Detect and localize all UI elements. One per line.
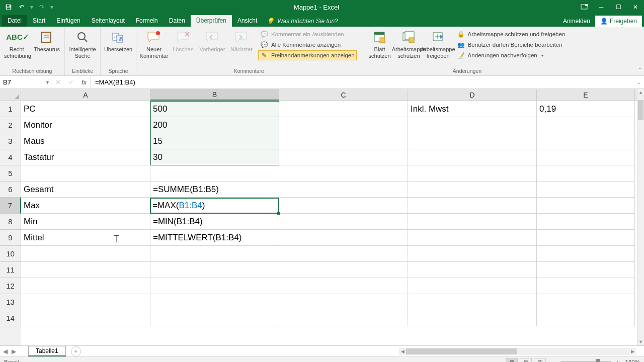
spelling-button[interactable]: ABC✓ Recht- schreibung — [3, 28, 32, 60]
cell[interactable] — [279, 117, 408, 133]
tab-data[interactable]: Daten — [164, 15, 191, 27]
cell[interactable] — [21, 294, 150, 310]
row-header[interactable]: 4 — [0, 149, 21, 165]
zoom-in-button[interactable]: + — [616, 359, 619, 363]
col-header-a[interactable]: A — [21, 89, 150, 101]
cell[interactable]: Max — [21, 198, 150, 214]
cell[interactable]: =MIN(B1:B4) — [150, 214, 279, 230]
cell[interactable] — [408, 182, 537, 198]
cell[interactable] — [150, 246, 279, 262]
cell[interactable]: 200 — [150, 117, 279, 133]
tab-view[interactable]: Ansicht — [232, 15, 263, 27]
cell[interactable]: Gesamt — [21, 182, 150, 198]
view-pagelayout-button[interactable]: ▤ — [520, 358, 532, 363]
column-headers[interactable]: A B C D E — [21, 89, 637, 101]
new-comment-button[interactable]: Neuer Kommentar — [139, 28, 169, 60]
tab-start[interactable]: Start — [27, 15, 51, 27]
cell[interactable] — [408, 165, 537, 182]
cell[interactable]: Tastatur — [21, 149, 150, 165]
show-all-comments-button[interactable]: 💬 Alle Kommentare anzeigen — [258, 40, 357, 50]
formula-input[interactable]: =MAX(B1:B4) ⌄ — [91, 76, 644, 88]
minimize-button[interactable]: ─ — [593, 0, 610, 14]
smart-lookup-button[interactable]: Intelligente Suche — [68, 28, 97, 60]
cell[interactable] — [537, 294, 635, 310]
row-header[interactable]: 6 — [0, 182, 21, 198]
cell[interactable] — [537, 310, 635, 326]
sheet-nav-prev[interactable]: ◀ — [3, 348, 8, 355]
cell[interactable]: Inkl. Mwst — [408, 101, 537, 117]
protect-sheet-button[interactable]: Blatt schützen — [365, 28, 394, 60]
ribbon-options-button[interactable] — [576, 0, 593, 14]
scroll-thumb[interactable] — [406, 348, 517, 354]
cell[interactable] — [408, 278, 537, 294]
cell[interactable] — [537, 198, 635, 214]
row-header[interactable]: 1 — [0, 101, 21, 117]
show-ink-button[interactable]: ✎ Freihandanmerkungen anzeigen — [258, 50, 357, 60]
cell[interactable] — [279, 262, 408, 278]
cell[interactable] — [150, 165, 279, 182]
cell[interactable]: 30 — [150, 149, 279, 165]
cell[interactable] — [279, 149, 408, 165]
cell[interactable] — [408, 214, 537, 230]
cell[interactable] — [537, 246, 635, 262]
cell[interactable] — [21, 165, 150, 182]
col-header-b[interactable]: B — [150, 89, 279, 101]
cell[interactable] — [408, 294, 537, 310]
cell[interactable] — [408, 262, 537, 278]
translate-button[interactable]: aあ Übersetzen — [104, 28, 133, 54]
name-box[interactable]: B7 ▼ — [0, 76, 51, 88]
row-header[interactable]: 11 — [0, 262, 21, 278]
col-header-e[interactable]: E — [537, 89, 635, 101]
cell[interactable] — [150, 294, 279, 310]
allow-ranges-button[interactable]: 👥 Benutzer dürfen Bereiche bearbeiten — [455, 40, 568, 50]
cell[interactable] — [408, 198, 537, 214]
cell[interactable] — [279, 133, 408, 149]
col-header-d[interactable]: D — [408, 89, 537, 101]
maximize-button[interactable]: ☐ — [610, 0, 627, 14]
tab-review[interactable]: Überprüfen — [191, 15, 232, 27]
row-header[interactable]: 13 — [0, 294, 21, 310]
cell[interactable] — [279, 278, 408, 294]
zoom-knob[interactable] — [596, 359, 600, 363]
zoom-out-button[interactable]: − — [552, 359, 555, 363]
cell[interactable] — [279, 294, 408, 310]
cell[interactable]: PC — [21, 101, 150, 117]
spreadsheet-grid[interactable]: A B C D E 1 2 3 4 5 6 7 8 9 10 11 12 13 … — [0, 89, 644, 345]
track-changes-button[interactable]: 📝 Änderungen nachverfolgen ▾ — [455, 50, 568, 60]
row-headers[interactable]: 1 2 3 4 5 6 7 8 9 10 11 12 13 14 — [0, 101, 21, 345]
cell[interactable] — [150, 278, 279, 294]
close-button[interactable]: ✕ — [627, 0, 644, 14]
cell[interactable]: Monitor — [21, 117, 150, 133]
cell[interactable] — [408, 117, 537, 133]
scroll-left-button[interactable]: ◀ — [399, 348, 406, 355]
cell[interactable] — [537, 214, 635, 230]
cell[interactable] — [21, 278, 150, 294]
row-header[interactable]: 8 — [0, 214, 21, 230]
cell[interactable] — [279, 198, 408, 214]
scroll-up-button[interactable]: ▲ — [637, 89, 644, 96]
row-header[interactable]: 2 — [0, 117, 21, 133]
cell[interactable] — [279, 310, 408, 326]
thesaurus-button[interactable]: Thesaurus — [32, 28, 61, 54]
cell[interactable] — [21, 246, 150, 262]
cell[interactable] — [408, 149, 537, 165]
zoom-level[interactable]: 160% — [625, 359, 640, 363]
cell[interactable]: =SUMME(B1:B5) — [150, 182, 279, 198]
collapse-ribbon-button[interactable]: ˆ — [639, 67, 641, 73]
horizontal-scrollbar[interactable]: ◀ ▶ — [399, 348, 636, 355]
row-header[interactable]: 3 — [0, 133, 21, 149]
cell[interactable]: 0,19 — [537, 101, 635, 117]
cell[interactable] — [279, 230, 408, 246]
cell[interactable] — [537, 278, 635, 294]
undo-button[interactable]: ↶ — [16, 2, 27, 13]
cell[interactable] — [150, 262, 279, 278]
cell[interactable] — [408, 246, 537, 262]
cell[interactable] — [408, 133, 537, 149]
select-all-corner[interactable] — [0, 89, 21, 101]
scroll-down-button[interactable]: ▼ — [637, 338, 644, 345]
cell[interactable] — [279, 101, 408, 117]
scroll-right-button[interactable]: ▶ — [629, 348, 636, 355]
chevron-down-icon[interactable]: ▼ — [45, 80, 50, 85]
protect-share-button[interactable]: 🔒 Arbeitsmappe schützen und freigeben — [455, 29, 568, 39]
tab-file[interactable]: Datei — [2, 15, 27, 27]
